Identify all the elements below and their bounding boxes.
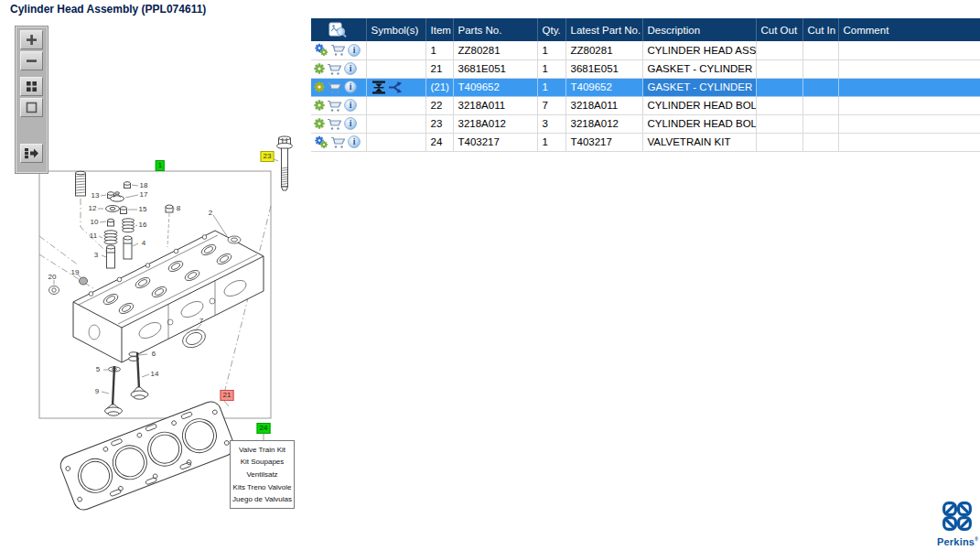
supersession-arrow-symbol[interactable] <box>388 81 403 94</box>
table-row[interactable]: i233218A01233218A012CYLINDER HEAD BOLT <box>311 114 980 133</box>
cell-latest: 3218A012 <box>565 114 642 133</box>
table-row[interactable]: i213681E05113681E051GASKET - CYLINDER HE… <box>311 59 980 78</box>
callout-12[interactable]: 12 <box>89 205 97 212</box>
cell-description: CYLINDER HEAD BOLT <box>642 96 756 114</box>
callout-10[interactable]: 10 <box>91 219 99 226</box>
svg-text:i: i <box>350 101 352 110</box>
symbols-cell <box>366 96 425 114</box>
cell-item: 22 <box>425 96 453 114</box>
cell-description: VALVETRAIN KIT <box>642 133 756 151</box>
cell-cut_out <box>756 78 802 96</box>
table-row[interactable]: i(21)T4096521T409652GASKET - CYLINDER HE… <box>311 78 980 96</box>
table-row[interactable]: i223218A01173218A011CYLINDER HEAD BOLT <box>311 96 980 114</box>
callout-24[interactable]: 24 <box>257 423 271 434</box>
info-icon[interactable]: i <box>348 135 361 148</box>
kit-language-line: Ventilsatz <box>231 470 294 479</box>
parts-no-column-header[interactable]: Parts No. <box>453 18 537 41</box>
latest-part-no-column-header[interactable]: Latest Part No. <box>565 18 642 41</box>
gear-icon[interactable] <box>314 100 325 111</box>
callout-18[interactable]: 18 <box>140 182 148 189</box>
info-icon[interactable]: i <box>348 44 361 57</box>
gear-pair-icon[interactable] <box>314 135 328 149</box>
cell-latest: ZZ80281 <box>565 41 642 59</box>
symbols-column-header[interactable]: Symbol(s) <box>366 18 425 41</box>
info-icon[interactable]: i <box>344 99 357 112</box>
cell-parts_no: 3218A011 <box>453 96 537 114</box>
callout-7[interactable]: 7 <box>199 318 203 325</box>
gear-pair-icon[interactable] <box>314 43 328 57</box>
table-row[interactable]: i24T4032171T403217VALVETRAIN KIT <box>311 133 980 151</box>
cell-cut_in <box>802 41 838 59</box>
callout-23[interactable]: 23 <box>261 151 275 162</box>
parts-table-panel: Symbol(s) Item Parts No. Qty. Latest Par… <box>311 18 980 152</box>
cart-icon[interactable] <box>327 118 342 130</box>
row-action-icons: i <box>311 78 366 96</box>
kit-language-line: Kit Soupapes <box>231 458 294 466</box>
gear-icon[interactable] <box>314 63 325 74</box>
callout-15[interactable]: 15 <box>139 206 147 213</box>
cell-latest: T409652 <box>565 78 642 96</box>
callout-4[interactable]: 4 <box>142 240 145 247</box>
callout-5[interactable]: 5 <box>96 366 100 373</box>
description-column-header[interactable]: Description <box>642 18 756 41</box>
comment-column-header[interactable]: Comment <box>838 18 980 41</box>
callout-16[interactable]: 16 <box>139 221 147 229</box>
svg-text:i: i <box>350 64 352 73</box>
compress-symbol[interactable] <box>372 81 386 94</box>
callout-6[interactable]: 6 <box>152 350 156 358</box>
callout-8[interactable]: 8 <box>177 205 180 212</box>
cell-parts_no: T403217 <box>453 133 537 151</box>
info-icon[interactable]: i <box>344 81 357 93</box>
cell-cut_out <box>756 59 802 78</box>
cart-icon[interactable] <box>327 81 342 93</box>
kit-language-line: Kits Treno Valvole <box>231 483 294 491</box>
fit-view-button[interactable] <box>20 98 43 117</box>
qty-column-header[interactable]: Qty. <box>537 18 565 41</box>
callout-2[interactable]: 2 <box>209 210 212 217</box>
cell-qty: 1 <box>537 41 565 59</box>
cart-icon[interactable] <box>330 136 346 148</box>
cell-comment <box>838 96 980 114</box>
overview-button[interactable] <box>20 77 43 96</box>
cut-out-column-header[interactable]: Cut Out <box>756 18 802 41</box>
zoom-in-button[interactable] <box>20 30 43 49</box>
callout-11[interactable]: 11 <box>90 232 97 240</box>
gear-active-icon[interactable] <box>314 81 325 92</box>
cell-cut_out <box>756 41 802 59</box>
table-row[interactable]: i1ZZ802811ZZ80281CYLINDER HEAD ASSEM <box>311 41 980 59</box>
cell-cut_in <box>802 78 838 96</box>
callout-13[interactable]: 13 <box>92 192 100 200</box>
callout-20[interactable]: 20 <box>48 274 57 281</box>
callout-1[interactable]: 1 <box>156 160 165 171</box>
callout-19[interactable]: 19 <box>71 269 80 276</box>
cell-cut_out <box>756 133 802 151</box>
gear-icon[interactable] <box>314 118 325 129</box>
cell-comment <box>838 41 980 59</box>
callout-9[interactable]: 9 <box>95 388 99 395</box>
cell-cut_out <box>756 96 802 114</box>
row-action-icons: i <box>311 59 366 78</box>
info-icon[interactable]: i <box>344 117 357 130</box>
row-action-icons: i <box>311 41 366 59</box>
cell-comment <box>838 133 980 151</box>
cart-icon[interactable] <box>330 44 346 56</box>
cart-icon[interactable] <box>327 63 342 75</box>
diagram-toolbar <box>15 26 48 174</box>
cell-comment <box>838 114 980 133</box>
callout-21[interactable]: 21 <box>221 390 234 401</box>
toggle-panel-button[interactable] <box>20 144 43 163</box>
svg-text:i: i <box>353 137 356 146</box>
zoom-out-button[interactable] <box>20 51 43 70</box>
item-column-header[interactable]: Item <box>425 18 453 41</box>
callout-14[interactable]: 14 <box>151 371 159 378</box>
cart-icon[interactable] <box>327 100 342 112</box>
plus-icon <box>26 34 38 46</box>
image-column-header[interactable] <box>311 18 366 41</box>
perkins-wordmark: Perkins® <box>937 536 977 547</box>
info-icon[interactable]: i <box>344 62 357 75</box>
cell-latest: 3681E051 <box>565 59 642 78</box>
callout-17[interactable]: 17 <box>140 191 148 199</box>
cut-in-column-header[interactable]: Cut In <box>802 18 838 41</box>
callout-3[interactable]: 3 <box>94 252 98 259</box>
cell-item: 21 <box>425 59 453 78</box>
